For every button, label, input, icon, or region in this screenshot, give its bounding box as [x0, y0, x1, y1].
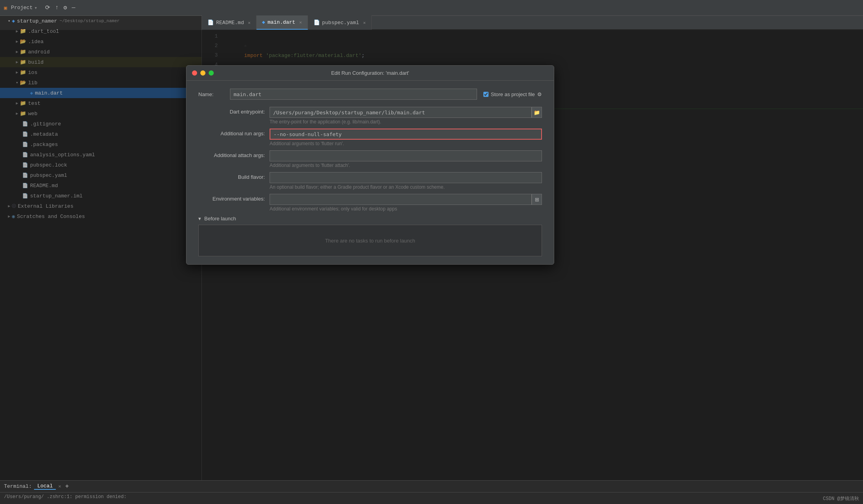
root-icon: ◈ — [12, 18, 15, 24]
dialog-title: Edit Run Configuration: 'main.dart' — [331, 70, 409, 76]
tab-pubspec[interactable]: 📄 pubspec.yaml ✕ — [308, 15, 372, 30]
dart-input-row: 📁 — [270, 107, 542, 118]
before-launch-header[interactable]: ▾ Before launch — [198, 216, 542, 222]
env-vars-label: Environment variables: — [198, 194, 270, 202]
settings-icon[interactable]: ⚙ — [63, 4, 67, 11]
env-vars-field: ⊞ Additional environment variables; only… — [270, 194, 542, 212]
run-args-hint: Additional arguments to 'flutter run'. — [270, 141, 542, 146]
sync-icon[interactable]: ⟳ — [45, 4, 50, 11]
minimize-icon[interactable]: — — [72, 4, 75, 11]
tab-readme[interactable]: 📄 README.md ✕ — [202, 15, 257, 30]
env-input-row: ⊞ — [270, 194, 542, 205]
tab-dart-close[interactable]: ✕ — [299, 20, 302, 25]
csdn-badge: CSDN @梦镜清秋 — [823, 495, 859, 502]
attach-args-label: Additional attach args: — [198, 150, 270, 158]
dart-browse-btn[interactable]: 📁 — [532, 107, 542, 118]
root-label: startup_namer — [17, 18, 57, 24]
tab-dart-icon: ◆ — [262, 19, 265, 25]
build-flavor-input[interactable] — [270, 172, 542, 183]
top-toolbar: ▣ Project ▾ ⟳ ↑ ⚙ — — [0, 0, 863, 16]
tab-readme-icon: 📄 — [207, 19, 214, 26]
project-dropdown-icon[interactable]: ▾ — [34, 5, 37, 11]
root-path: ~/Desktop/startup_namer — [59, 19, 120, 23]
run-args-row: Additional run args: Additional argument… — [198, 129, 542, 146]
tab-readme-close[interactable]: ✕ — [248, 20, 251, 25]
terminal-tab-local-label: Local — [37, 483, 53, 489]
terminal-tab-local[interactable]: Local — [34, 483, 56, 490]
terminal-tab-close[interactable]: ✕ — [58, 483, 61, 489]
dart-hint: The entry-point for the application (e.g… — [270, 119, 542, 125]
attach-args-row: Additional attach args: Additional argum… — [198, 150, 542, 168]
dart-entrypoint-input[interactable] — [270, 107, 532, 118]
tab-yaml-icon: 📄 — [314, 19, 320, 26]
attach-hint: Additional arguments to 'flutter attach'… — [270, 163, 542, 168]
run-args-input[interactable] — [270, 129, 542, 140]
build-flavor-field: An optional build flavor; either a Gradl… — [270, 172, 542, 190]
dart-entrypoint-row: Dart entrypoint: 📁 The entry-point for t… — [198, 107, 542, 125]
attach-args-field: Additional arguments to 'flutter attach'… — [270, 150, 542, 168]
tab-pubspec-close[interactable]: ✕ — [363, 20, 366, 25]
terminal-label: Terminal: — [4, 483, 32, 489]
dart-entrypoint-label: Dart entrypoint: — [198, 107, 270, 115]
toolbar-left: ▣ Project ▾ — [4, 5, 37, 11]
attach-args-input[interactable] — [270, 150, 542, 161]
dialog-titlebar: Edit Run Configuration: 'main.dart' — [186, 66, 554, 81]
tl-minimize[interactable] — [200, 70, 205, 76]
name-label: Name: — [198, 91, 230, 97]
run-args-label: Additional run args: — [198, 129, 270, 136]
csdn-label: CSDN @梦镜清秋 — [823, 496, 859, 502]
flavor-hint: An optional build flavor; either a Gradl… — [270, 184, 542, 190]
project-label-text: Project — [11, 5, 33, 11]
tab-bar: 📄 README.md ✕ ◆ main.dart ✕ 📄 pubspec.ya… — [202, 16, 863, 30]
before-launch-body: There are no tasks to run before launch — [198, 225, 542, 256]
before-launch-section: ▾ Before launch There are no tasks to ru… — [198, 216, 542, 256]
build-flavor-label: Build flavor: — [198, 172, 270, 180]
traffic-lights — [192, 70, 214, 76]
env-vars-input[interactable] — [270, 194, 532, 205]
project-icon: ▣ — [4, 5, 7, 11]
before-launch-label: Before launch — [204, 216, 236, 222]
tab-main-dart-label: main.dart — [268, 19, 295, 25]
tab-main-dart[interactable]: ◆ main.dart ✕ — [257, 15, 308, 30]
up-icon[interactable]: ↑ — [55, 4, 59, 11]
store-project-checkbox[interactable] — [483, 92, 489, 97]
terminal-tabs: Terminal: Local ✕ + — [0, 481, 863, 493]
edit-run-config-dialog: Edit Run Configuration: 'main.dart' Name… — [186, 65, 554, 265]
dialog-body: Name: Store as project file ⚙ Dart entry… — [186, 81, 554, 264]
store-project-label: Store as project file — [491, 91, 535, 97]
tab-pubspec-label: pubspec.yaml — [322, 20, 359, 26]
toolbar-icons: ⟳ ↑ ⚙ — — [45, 4, 75, 11]
terminal-text: /Users/purang/ .zshrc:1: permission deni… — [4, 494, 127, 500]
run-args-field: Additional arguments to 'flutter run'. — [270, 129, 542, 146]
dart-entrypoint-field: 📁 The entry-point for the application (e… — [270, 107, 542, 125]
add-terminal-btn[interactable]: + — [65, 483, 69, 490]
sidebar-root[interactable]: ▾ ◈ startup_namer ~/Desktop/startup_name… — [0, 16, 201, 26]
root-chevron: ▾ — [8, 19, 10, 23]
terminal-bar: Terminal: Local ✕ + /Users/purang/ .zshr… — [0, 480, 863, 504]
name-input[interactable] — [230, 89, 477, 100]
env-vars-row: Environment variables: ⊞ Additional envi… — [198, 194, 542, 212]
terminal-content: /Users/purang/ .zshrc:1: permission deni… — [0, 493, 863, 501]
env-browse-btn[interactable]: ⊞ — [532, 194, 542, 205]
before-launch-chevron[interactable]: ▾ — [198, 216, 201, 222]
no-tasks-text: There are no tasks to run before launch — [325, 238, 415, 244]
tl-close[interactable] — [192, 70, 197, 76]
store-project-row: Store as project file ⚙ — [483, 91, 542, 97]
store-settings-icon[interactable]: ⚙ — [537, 91, 542, 97]
build-flavor-row: Build flavor: An optional build flavor; … — [198, 172, 542, 190]
name-row: Name: Store as project file ⚙ — [198, 89, 542, 100]
tab-readme-label: README.md — [216, 20, 244, 26]
tl-maximize[interactable] — [209, 70, 214, 76]
env-hint: Additional environment variables; only v… — [270, 206, 542, 212]
project-label[interactable]: Project ▾ — [11, 5, 37, 11]
